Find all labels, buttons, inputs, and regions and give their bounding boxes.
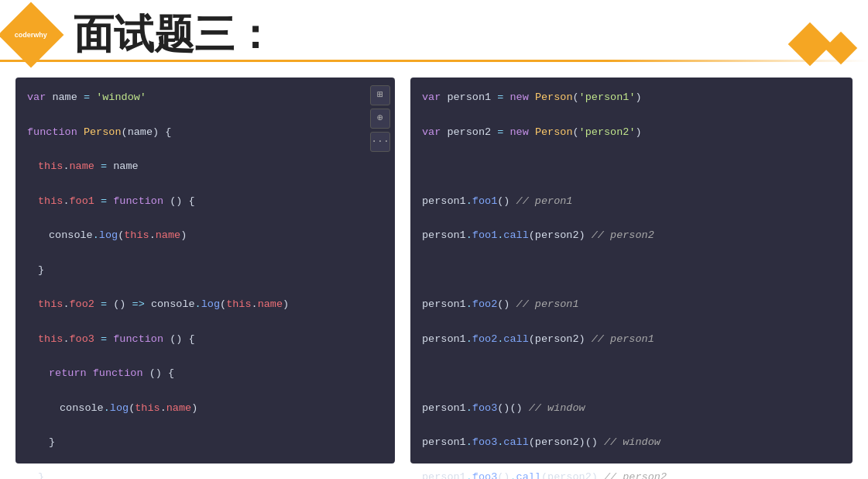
logo-text: coderwhy	[15, 31, 47, 40]
toolbar-btn-1[interactable]: ⊞	[370, 85, 390, 105]
deco-diamond-2	[825, 32, 857, 64]
toolbar-btn-2[interactable]: ⊕	[370, 109, 390, 129]
left-code-panel: ⊞ ⊕ ··· var name = 'window' function Per…	[15, 78, 395, 463]
right-code-content: var person1 = new Person('person1') var …	[422, 89, 841, 479]
header-line	[0, 60, 868, 62]
left-code-content: var name = 'window' function Person(name…	[27, 89, 383, 479]
page-title: 面试题三：	[74, 8, 275, 62]
header: coderwhy 面试题三：	[0, 0, 868, 62]
header-decorations	[794, 29, 853, 60]
main-content: ⊞ ⊕ ··· var name = 'window' function Per…	[0, 62, 868, 479]
panel-toolbar[interactable]: ⊞ ⊕ ···	[370, 85, 390, 152]
logo-diamond: coderwhy	[0, 2, 63, 68]
deco-diamond-1	[788, 22, 832, 67]
right-code-panel: var person1 = new Person('person1') var …	[410, 78, 853, 463]
toolbar-btn-3[interactable]: ···	[370, 132, 390, 152]
